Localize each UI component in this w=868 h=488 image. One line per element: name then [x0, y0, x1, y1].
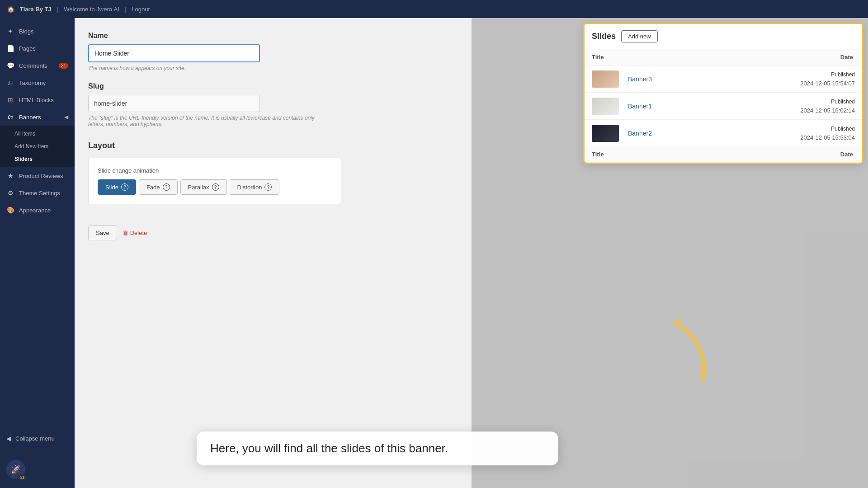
slides-table: Title Date Banner3 Published 2024-12-05 … — [585, 49, 862, 163]
slide-status-banner1: Published — [831, 99, 855, 105]
save-button[interactable]: Save — [88, 225, 117, 240]
html-blocks-icon: ⊞ — [6, 96, 14, 104]
site-name: Tiara By TJ — [20, 6, 52, 13]
slide-link-banner2[interactable]: Banner2 — [628, 130, 652, 137]
slide-datetime-banner3: 2024-12-05 15:54:07 — [800, 80, 855, 87]
home-icon[interactable]: 🏠 — [7, 6, 14, 13]
sidebar-item-theme-settings[interactable]: ⚙ Theme Settings — [0, 184, 75, 202]
slide-status-banner3: Published — [831, 71, 855, 78]
anim-buttons: Slide ? Fade ? Parallax ? Distortion — [98, 179, 332, 195]
avatar-badge: 51 — [18, 474, 26, 480]
col-date-footer: Date — [729, 146, 862, 163]
slug-label: Slug — [88, 82, 423, 90]
sidebar-item-product-reviews[interactable]: ★ Product Reviews — [0, 167, 75, 184]
slide-date-banner3: Published 2024-12-05 15:54:07 — [729, 66, 862, 93]
anim-label: Slide change animation — [98, 167, 332, 174]
banners-icon: 🗂 — [6, 113, 14, 121]
slide-datetime-banner1: 2024-12-05 16:02:14 — [800, 107, 855, 114]
slide-datetime-banner2: 2024-12-05 15:53:04 — [800, 134, 855, 141]
delete-label: Delete — [130, 230, 147, 236]
slug-hint: The "slug" is the URL-friendly version o… — [88, 115, 332, 127]
table-row: Banner2 Published 2024-12-05 15:53:04 — [585, 120, 862, 147]
collapse-menu[interactable]: ◀ Collapse menu — [0, 431, 75, 446]
taxonomy-icon: 🏷 — [6, 79, 14, 87]
parallax-label: Parallax — [188, 184, 209, 191]
sidebar-label-blogs: Blogs — [19, 28, 34, 35]
sidebar-item-blogs[interactable]: ✦ Blogs — [0, 23, 75, 40]
comments-icon: 💬 — [6, 61, 14, 70]
sidebar-item-pages[interactable]: 📄 Pages — [0, 40, 75, 57]
sidebar-label-comments: Comments — [19, 62, 47, 69]
layout-title: Layout — [88, 141, 423, 150]
slide-thumb-banner2 — [592, 125, 619, 142]
sidebar-label-html-blocks: HTML Blocks — [19, 97, 54, 103]
slide-label: Slide — [105, 184, 118, 191]
table-row: Banner1 Published 2024-12-05 16:02:14 — [585, 93, 862, 120]
sidebar-item-taxonomy[interactable]: 🏷 Taxonomy — [0, 74, 75, 91]
slide-link-banner1[interactable]: Banner1 — [628, 103, 652, 110]
col-title-header: Title — [585, 49, 729, 66]
animation-box: Slide change animation Slide ? Fade ? Pa… — [88, 158, 341, 204]
slide-cell-name-banner3: Banner3 — [585, 66, 729, 93]
anim-btn-slide[interactable]: Slide ? — [98, 179, 136, 195]
slide-cell-name-banner1: Banner1 — [585, 93, 729, 120]
sidebar-label-theme-settings: Theme Settings — [19, 190, 60, 197]
distortion-help-icon[interactable]: ? — [264, 183, 272, 191]
slide-status-banner2: Published — [831, 126, 855, 132]
theme-settings-icon: ⚙ — [6, 189, 14, 197]
appearance-icon: 🎨 — [6, 206, 14, 214]
table-footer-row: Title Date — [585, 146, 862, 163]
slug-section: Slug The "slug" is the URL-friendly vers… — [88, 82, 423, 127]
slide-date-banner1: Published 2024-12-05 16:02:14 — [729, 93, 862, 120]
anim-btn-fade[interactable]: Fade ? — [139, 179, 178, 195]
sidebar: ✦ Blogs 📄 Pages 💬 Comments 31 🏷 Taxonomy… — [0, 18, 75, 488]
annotation-arrow — [633, 316, 723, 389]
layout-section: Layout Slide change animation Slide ? Fa… — [88, 141, 423, 204]
banners-submenu: All Items Add New Item Sliders — [0, 126, 75, 167]
sidebar-item-html-blocks[interactable]: ⊞ HTML Blocks — [0, 91, 75, 108]
sidebar-item-banners[interactable]: 🗂 Banners ◀ — [0, 108, 75, 126]
sidebar-label-appearance: Appearance — [19, 207, 51, 214]
slide-link-banner3[interactable]: Banner3 — [628, 75, 652, 83]
tooltip-text: Here, you will find all the slides of th… — [210, 441, 448, 455]
fade-label: Fade — [146, 184, 160, 191]
collapse-icon: ◀ — [6, 435, 11, 442]
name-input[interactable] — [88, 44, 260, 62]
slide-thumb-banner1 — [592, 98, 619, 115]
delete-button[interactable]: 🗑 Delete — [123, 230, 147, 236]
welcome-link[interactable]: Welcome to Jwero.AI — [64, 6, 119, 13]
sidebar-item-add-new-item[interactable]: Add New Item — [0, 140, 75, 153]
topbar-sep2: | — [125, 6, 126, 13]
product-reviews-icon: ★ — [6, 172, 14, 180]
fade-help-icon[interactable]: ? — [163, 183, 170, 191]
avatar-area: 🚀 51 — [0, 455, 75, 483]
table-row: Banner3 Published 2024-12-05 15:54:07 — [585, 66, 862, 93]
sidebar-label-taxonomy: Taxonomy — [19, 80, 46, 86]
banners-collapse-arrow: ◀ — [64, 114, 68, 120]
comments-badge: 31 — [59, 63, 68, 69]
distortion-label: Distortion — [237, 184, 262, 191]
slug-input[interactable] — [88, 95, 260, 112]
topbar: 🏠 Tiara By TJ | Welcome to Jwero.AI | Lo… — [0, 0, 868, 18]
sidebar-item-comments[interactable]: 💬 Comments 31 — [0, 57, 75, 74]
blogs-icon: ✦ — [6, 27, 14, 35]
parallax-help-icon[interactable]: ? — [212, 183, 219, 191]
name-section: Name The name is how it appears on your … — [88, 32, 423, 71]
name-hint: The name is how it appears on your site. — [88, 65, 423, 71]
main-content: Name The name is how it appears on your … — [75, 18, 868, 488]
tooltip-box: Here, you will find all the slides of th… — [197, 432, 558, 465]
anim-btn-parallax[interactable]: Parallax ? — [180, 179, 227, 195]
sidebar-item-sliders[interactable]: Sliders — [0, 153, 75, 165]
bottom-bar: Save 🗑 Delete — [88, 218, 423, 240]
sidebar-item-all-items[interactable]: All Items — [0, 127, 75, 140]
slide-date-banner2: Published 2024-12-05 15:53:04 — [729, 120, 862, 147]
name-label: Name — [88, 32, 423, 40]
sidebar-label-pages: Pages — [19, 45, 36, 52]
svg-marker-0 — [673, 319, 684, 330]
sidebar-item-appearance[interactable]: 🎨 Appearance — [0, 202, 75, 219]
delete-icon: 🗑 — [123, 230, 128, 236]
anim-btn-distortion[interactable]: Distortion ? — [230, 179, 280, 195]
add-new-button[interactable]: Add new — [621, 30, 658, 42]
logout-link[interactable]: Logout — [132, 6, 150, 13]
slide-help-icon[interactable]: ? — [121, 183, 128, 191]
